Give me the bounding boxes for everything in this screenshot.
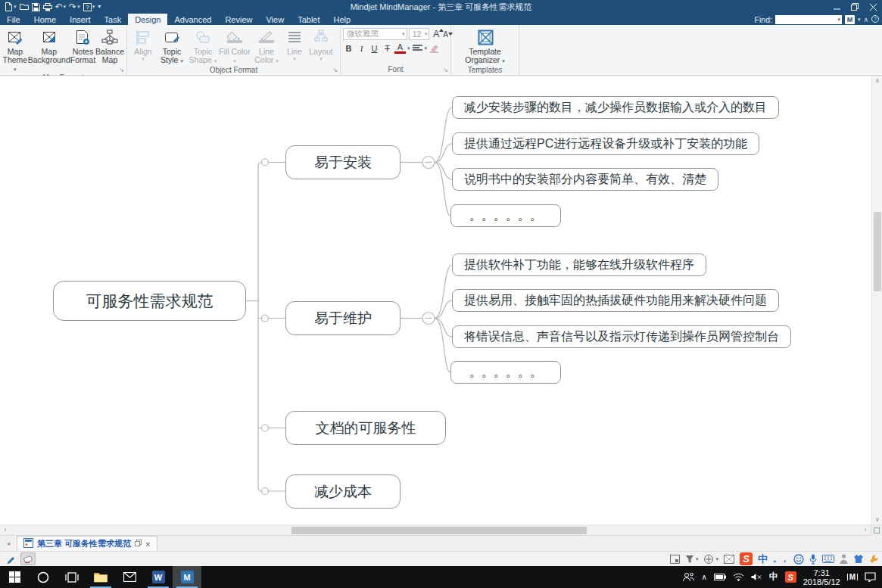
sogou-logo-icon[interactable]: S xyxy=(740,552,753,565)
taskbar-clock[interactable]: 7:312018/5/12 xyxy=(803,568,840,586)
line-button[interactable]: Line ▾ xyxy=(282,26,307,62)
keyboard-icon[interactable] xyxy=(822,555,834,563)
tab-file[interactable]: File xyxy=(0,14,27,25)
volume-muted-icon[interactable] xyxy=(751,573,762,581)
dialog-launcher-icon[interactable]: ↘ xyxy=(119,67,124,73)
fill-color-button[interactable]: Fill Color ▾ xyxy=(219,26,251,65)
template-organizer-button[interactable]: Template Organizer ▾ xyxy=(453,26,516,65)
new-document-icon[interactable]: ▾ xyxy=(5,2,17,11)
grow-font-icon[interactable]: A xyxy=(433,29,439,39)
align-text-button[interactable] xyxy=(412,42,423,54)
branch-topic[interactable]: 文档的可服务性 xyxy=(285,411,446,445)
map-background-button[interactable]: Map Background xyxy=(28,26,70,64)
pen-tool-icon[interactable] xyxy=(3,552,18,565)
bold-button[interactable]: B xyxy=(343,42,354,54)
mindmanager-button[interactable]: M xyxy=(173,566,201,588)
start-button[interactable] xyxy=(0,566,29,588)
vertical-scroll-thumb[interactable] xyxy=(874,212,881,291)
branch-topic[interactable]: 易于安装 xyxy=(285,145,400,179)
map-overview-icon[interactable] xyxy=(724,555,734,564)
subtopic[interactable]: 。。。。。。 xyxy=(450,361,561,384)
layout-button[interactable]: Layout ▾ xyxy=(307,26,335,62)
dropdown-arrow[interactable]: ▾ xyxy=(407,45,410,51)
open-icon[interactable] xyxy=(20,2,29,11)
find-dropdown-icon[interactable]: ▾ xyxy=(837,17,840,23)
scroll-right-icon[interactable]: › xyxy=(860,525,871,536)
ime-chinese-icon[interactable]: 中 xyxy=(758,552,768,566)
filter-icon[interactable]: ▾ xyxy=(685,555,699,564)
branch-topic[interactable]: 减少成本 xyxy=(285,474,400,509)
minimize-button[interactable] xyxy=(827,0,846,14)
horizontal-scroll-thumb[interactable] xyxy=(291,527,587,534)
tab-design[interactable]: Design xyxy=(128,14,167,25)
mindmanager-tray-icon[interactable]: M xyxy=(847,574,858,580)
map-canvas[interactable]: 可服务性需求规范 易于安装 易于维护 文档的可服务性 减少成本 减少安装步骤的数… xyxy=(0,76,882,524)
dialog-launcher-icon[interactable]: ↘ xyxy=(332,67,338,73)
zoom-target-icon[interactable]: ▾ xyxy=(703,554,718,565)
subtopic[interactable]: 。。。。。。 xyxy=(450,204,561,227)
wifi-icon[interactable] xyxy=(733,573,744,581)
close-button[interactable] xyxy=(864,0,882,14)
scroll-left-icon[interactable]: ‹ xyxy=(0,525,11,536)
tab-review[interactable]: Review xyxy=(218,14,259,25)
tab-restore-icon[interactable] xyxy=(135,540,142,548)
task-view-button[interactable] xyxy=(58,566,86,588)
shrink-font-icon[interactable]: A xyxy=(443,30,448,39)
font-size-select[interactable]: 12▾ xyxy=(409,28,430,40)
battery-icon[interactable] xyxy=(714,574,726,580)
scroll-up-icon[interactable]: ∧ xyxy=(872,76,882,86)
save-icon[interactable] xyxy=(32,3,40,11)
balance-map-button[interactable]: Balance Map xyxy=(95,26,124,64)
find-input[interactable] xyxy=(775,15,842,24)
document-tab[interactable]: 第三章 可服务性需求规范 × xyxy=(17,536,157,551)
mail-button[interactable] xyxy=(115,566,144,588)
strikethrough-button[interactable]: T xyxy=(382,42,393,54)
central-topic[interactable]: 可服务性需求规范 xyxy=(53,281,246,321)
font-family-select[interactable]: 微软雅黑▾ xyxy=(343,28,407,40)
tab-scroll-left-icon[interactable]: ◂ xyxy=(0,540,17,547)
restore-button[interactable] xyxy=(846,0,864,14)
tab-home[interactable]: Home xyxy=(27,14,63,25)
tab-task[interactable]: Task xyxy=(98,14,129,25)
word-button[interactable]: W xyxy=(144,566,173,588)
skin-person-icon[interactable] xyxy=(840,554,848,564)
subtopic[interactable]: 提供软件补丁功能，能够在线升级软件程序 xyxy=(452,254,706,276)
collapse-ribbon-icon[interactable]: ∧ xyxy=(863,16,868,23)
microphone-icon[interactable] xyxy=(809,554,817,565)
match-options-icon[interactable]: M xyxy=(845,15,855,24)
tab-advanced[interactable]: Advanced xyxy=(167,14,218,25)
tab-insert[interactable]: Insert xyxy=(63,14,98,25)
file-explorer-button[interactable] xyxy=(86,566,115,588)
help-circle-icon[interactable]: ? xyxy=(871,15,879,24)
subtopic[interactable]: 将错误信息、声音信号以及指示灯传递到操作员网管控制台 xyxy=(452,325,791,348)
subtopic[interactable]: 提供通过远程PC进行远程设备升级或补丁安装的功能 xyxy=(452,132,759,155)
match-dropdown-icon[interactable]: ▾ xyxy=(858,17,861,23)
help-icon[interactable]: ?▾ xyxy=(83,3,95,11)
ime-indicator[interactable]: 中 xyxy=(769,571,778,583)
underline-button[interactable]: U xyxy=(369,42,380,54)
italic-button[interactable]: I xyxy=(356,42,367,54)
people-icon[interactable] xyxy=(682,572,694,582)
action-center-icon[interactable] xyxy=(865,572,876,582)
shirt-skin-icon[interactable] xyxy=(853,554,864,564)
horizontal-scrollbar[interactable]: ‹ › xyxy=(0,524,882,535)
branch-topic[interactable]: 易于维护 xyxy=(285,301,400,335)
line-color-button[interactable]: Line Color ▾ xyxy=(251,26,282,65)
tab-help[interactable]: Help xyxy=(327,14,358,25)
subtopic[interactable]: 减少安装步骤的数目，减少操作员数据输入或介入的数目 xyxy=(452,96,779,119)
eraser-tool-icon[interactable] xyxy=(20,552,36,565)
topic-shape-button[interactable]: Topic Shape ▾ xyxy=(187,26,219,65)
topic-style-button[interactable]: Topic Style ▾ xyxy=(157,26,187,65)
highlight-button[interactable] xyxy=(429,42,440,54)
emoji-icon[interactable] xyxy=(793,554,804,565)
customize-qat-icon[interactable]: ▾ xyxy=(98,3,101,11)
dialog-launcher-icon[interactable]: ↘ xyxy=(443,67,448,73)
print-icon[interactable] xyxy=(43,3,52,11)
subtopic[interactable]: 提供易用、接触牢固的热插拔硬件功能用来解决硬件问题 xyxy=(452,289,779,312)
map-theme-button[interactable]: Map Theme ▾ xyxy=(2,26,28,73)
vertical-scrollbar[interactable]: ∧ ∨ xyxy=(871,76,882,524)
align-button[interactable]: Align ▾ xyxy=(129,26,157,62)
font-color-button[interactable]: A xyxy=(394,43,406,54)
scroll-down-icon[interactable]: ∨ xyxy=(872,515,882,524)
hidden-icons-chevron[interactable]: ∧ xyxy=(701,573,706,581)
